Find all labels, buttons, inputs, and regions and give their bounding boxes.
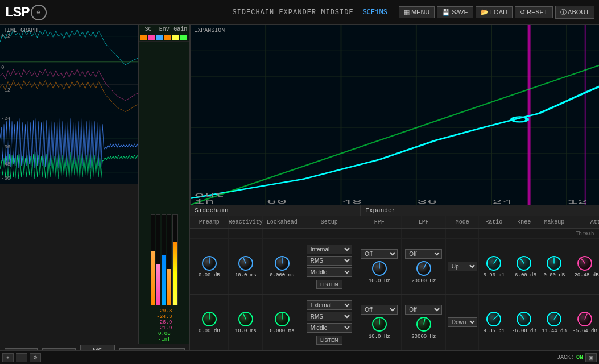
ch2-preamp: 0.00 dB [190,295,229,350]
ch1-attack-thresh-val: -20.48 dB [571,272,599,278]
ch1-listen-button[interactable]: LISTEN [316,280,342,289]
expansion-panel: EXPANSION [190,25,599,205]
ch2-mode-exp-select[interactable]: Down Up [448,317,477,327]
header-attack: Attack [569,216,599,228]
header-makeup: Makeup [539,216,569,228]
ch2-attack-thresh-val: -5.64 dB [573,328,597,334]
ch1-preamp: 0.00 dB [190,239,229,294]
ch2-preamp-val: 0.00 dB [199,328,220,334]
svg-text:-48: -48 [332,198,362,205]
remove-channel-button[interactable]: - [16,353,27,362]
ch2-preamp-knob[interactable] [201,311,217,327]
ch2-lpf-freq: 20000 Hz [411,334,436,340]
header-setup: Setup [301,216,357,228]
ch2-hpf-knob[interactable] [371,316,387,332]
section-labels: Sidechain Expander [190,205,599,216]
sc-meter-1 [151,214,155,305]
ch1-source-select[interactable]: Internal External [307,245,352,254]
ch1-hpf-knob[interactable] [371,260,387,276]
ch1-mode-exp-select[interactable]: Up Down [448,262,477,271]
expander-section-label: Expander [361,205,599,216]
header-mode: Mode [446,216,479,228]
ch1-hpf-select[interactable]: Off 12dB/oct [361,249,398,259]
sc-color-1 [140,35,147,40]
ch1-attack-thresh: -20.48 dB [569,239,599,294]
ch2-knee-knob[interactable] [516,311,532,327]
ch1-lpf-knob[interactable] [416,260,432,276]
sub-thresh-1: Thresh [569,229,599,238]
ch1-reactivity-knob[interactable] [238,255,254,271]
sc-val-3: -26.9 [140,320,188,325]
ch2-ratio: 9.35 :1 [479,295,509,350]
svg-text:-24: -24 [482,198,513,205]
ch2-ratio-val: 9.35 :1 [483,328,505,334]
expansion-svg: +12 0 -12 -24 -36 -48 -60 in -60 -48 -36… [191,25,599,205]
ch1-ratio-knob[interactable] [486,255,502,271]
ch1-preamp-knob[interactable] [201,255,217,271]
ch2-source-select[interactable]: External Internal [307,300,352,310]
ch2-knee: -6.00 dB [509,295,539,350]
settings-toolbar-button[interactable]: ⚙ [30,353,41,362]
ch2-ratio-knob[interactable] [486,311,502,327]
ch2-lookahead-val: 0.000 ms [270,328,294,334]
ch1-makeup-val: 0.00 dB [543,272,565,278]
ch2-reactivity: 10.0 ms [229,295,263,350]
ch1-mode-select[interactable]: RMS Peak [307,256,352,266]
logo: LSP ⚙ [5,4,47,21]
plugin-id: SCE1MS [363,9,387,16]
ch2-listen-button[interactable]: LISTEN [316,336,342,345]
sc-meter-1-fill [151,251,155,305]
gain-meter-1 [172,214,178,305]
extra-toolbar-button[interactable]: ▣ [585,353,597,362]
svg-text:in: in [195,198,215,205]
param-headers: Preamp Reactivity Lookahead Setup HPF LP… [190,216,599,229]
ch2-lookahead: 0.000 ms [263,295,301,350]
svg-text:out: out [195,192,225,199]
time-graph: TIME GRAPH +12 0 -12 -24 -36 -48 -60 [0,25,138,184]
ch1-hpf: Off 12dB/oct 10.0 Hz [357,239,402,294]
ch2-lookahead-knob[interactable] [274,311,290,327]
time-graph-label: TIME GRAPH [3,27,38,34]
header-reactivity: Reactivity [229,216,263,228]
ch1-makeup-knob[interactable] [546,255,562,271]
channel-2-row: 0.00 dB 10.0 ms [190,295,599,350]
ch1-mode: Up Down [446,239,479,294]
bottom-toolbar: + - ⚙ JACK: ON ▣ [0,350,599,364]
load-button[interactable]: 📂 LOAD [476,6,513,18]
ch1-attack-thresh-knob[interactable] [577,255,593,271]
ch2-makeup-knob[interactable] [546,311,562,327]
ch2-lpf-select[interactable]: Off 12dB/oct [405,305,442,315]
save-button[interactable]: 💾 SAVE [437,6,473,18]
ch1-lpf-select[interactable]: Off 12dB/oct [405,249,442,259]
ch2-attack-thresh: -5.64 dB [569,295,599,350]
ch1-channel-select[interactable]: Middle Side [307,267,352,277]
ch2-attack-thresh-knob[interactable] [577,311,593,327]
ch2-channel-select[interactable]: Middle Side [307,323,352,333]
gain-color-1 [172,35,179,40]
ch1-knee-knob[interactable] [516,255,532,271]
ch1-lookahead-knob[interactable] [274,255,290,271]
ch2-lpf-knob[interactable] [416,316,432,332]
jack-label: JACK: [557,354,574,361]
ch1-knee-val: -6.00 dB [512,272,536,278]
env-meter-1 [162,214,166,305]
ch1-lookahead-val: 0.000 ms [270,272,294,278]
ch2-hpf-select[interactable]: Off 12dB/oct [361,305,398,315]
svg-text:-12: -12 [557,198,588,205]
reset-button[interactable]: ↺ RESET [515,6,553,18]
about-button[interactable]: ⓘ ABOUT [555,6,594,19]
ch1-hpf-freq: 10.0 Hz [369,278,390,284]
ch1-ratio-val: 5.96 :1 [483,272,505,278]
menu-button[interactable]: ▦ MENU [399,6,435,18]
right-top: EXPANSION [190,25,599,205]
ch2-reactivity-knob[interactable] [238,311,254,327]
ch1-makeup: 0.00 dB [539,239,569,294]
ch2-mode-select[interactable]: RMS Peak [307,312,352,321]
header-ratio: Ratio [479,216,509,228]
svg-text:-36: -36 [407,198,438,205]
add-channel-button[interactable]: + [2,353,14,362]
ch2-hpf: Off 12dB/oct 10.0 Hz [357,295,402,350]
env-meter-1-fill [162,255,166,305]
ch1-setup: Internal External RMS Peak Middle Side L… [301,239,357,294]
expansion-label: EXPANSION [194,27,225,34]
